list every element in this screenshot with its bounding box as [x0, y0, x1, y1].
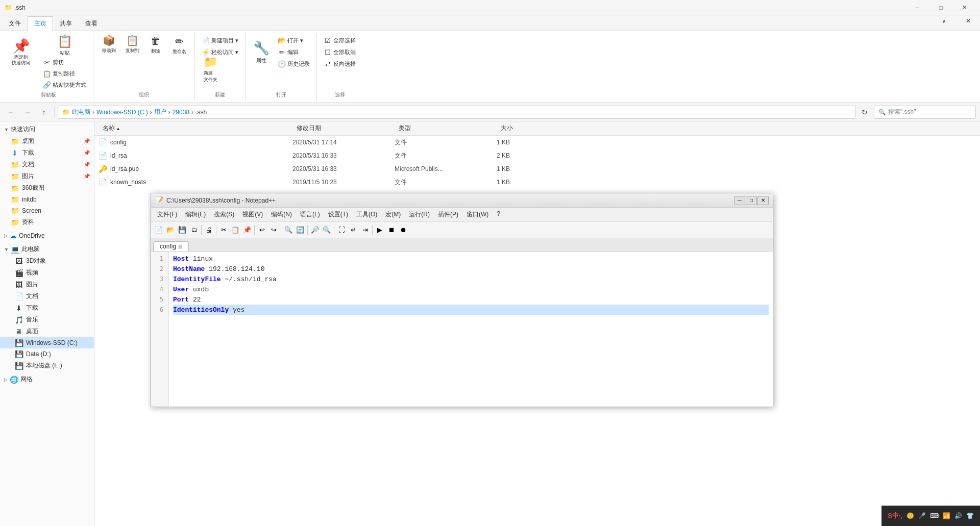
sidebar-item-360[interactable]: 📁 360截图: [0, 182, 94, 194]
tab-config-close[interactable]: ⊠: [178, 244, 182, 249]
back-button[interactable]: ←: [4, 105, 18, 119]
sidebar-item-music[interactable]: 🎵 音乐: [0, 314, 94, 325]
code-area[interactable]: Host linux HostName 192.168.124.10 Ident…: [169, 252, 773, 407]
sidebar-item-pictures[interactable]: 📁 图片 📌: [0, 170, 94, 182]
tab-view[interactable]: 查看: [79, 16, 104, 31]
menu-view[interactable]: 视图(V): [238, 209, 267, 220]
path-c-drive[interactable]: Windows-SSD (C:): [96, 109, 148, 116]
copy-to-button[interactable]: 📋 复制到: [121, 35, 143, 53]
path-ssh[interactable]: .ssh: [195, 109, 207, 116]
cut-button[interactable]: ✂ 剪切: [40, 57, 66, 68]
np-undo-button[interactable]: ↩: [256, 224, 267, 236]
properties-button[interactable]: 🔧 属性: [250, 36, 273, 69]
menu-plugins[interactable]: 插件(P): [434, 209, 462, 220]
menu-encoding[interactable]: 编码(N): [267, 209, 296, 220]
tray-shirt[interactable]: 👕: [966, 512, 974, 519]
invert-select-button[interactable]: ⇄ 反向选择: [321, 59, 358, 69]
menu-settings[interactable]: 设置(T): [324, 209, 352, 220]
tab-share[interactable]: 共享: [53, 16, 79, 31]
col-header-size[interactable]: 大小: [497, 124, 558, 133]
tray-emoji[interactable]: 🙂: [906, 512, 914, 519]
menu-language[interactable]: 语言(L): [296, 209, 324, 220]
np-minimize-button[interactable]: ─: [734, 196, 745, 205]
sidebar-item-desktop-pc[interactable]: 🖥 桌面: [0, 325, 94, 337]
sidebar-item-video[interactable]: 🎬 视频: [0, 267, 94, 279]
np-fullscreen-button[interactable]: ⛶: [336, 224, 347, 236]
tray-mic[interactable]: 🎤: [918, 512, 926, 519]
np-new-button[interactable]: 📄: [153, 224, 164, 236]
np-maximize-button[interactable]: □: [746, 196, 757, 205]
np-paste-button[interactable]: 📌: [241, 224, 253, 236]
paste-shortcut-button[interactable]: 🔗 粘贴快捷方式: [40, 80, 89, 90]
menu-search[interactable]: 搜索(S): [210, 209, 238, 220]
col-header-type[interactable]: 类型: [395, 124, 497, 133]
up-button[interactable]: ↑: [37, 105, 51, 119]
rename-button[interactable]: ✏ 重命名: [168, 36, 190, 54]
np-play-button[interactable]: ▶: [374, 224, 385, 236]
sidebar-item-data[interactable]: 📁 资料: [0, 216, 94, 228]
paste-button[interactable]: 📋 粘贴: [40, 35, 89, 56]
tab-config[interactable]: config ⊠: [153, 241, 189, 251]
sidebar-item-desktop-1[interactable]: 📁 桌面 📌: [0, 135, 94, 147]
menu-edit[interactable]: 编辑(E): [181, 209, 210, 220]
copy-path-button[interactable]: 📋 复制路径: [40, 68, 78, 79]
edit-button[interactable]: ✏ 编辑: [275, 47, 312, 58]
forward-button[interactable]: →: [20, 105, 35, 119]
np-find-button[interactable]: 🔍: [283, 224, 294, 236]
help-close-button[interactable]: ✕: [957, 13, 980, 29]
sidebar-item-c-drive[interactable]: 💾 Windows-SSD (C:): [0, 337, 94, 348]
path-user-id[interactable]: 29038: [173, 109, 189, 116]
minimize-button[interactable]: ─: [905, 0, 929, 15]
tray-sougou[interactable]: S中·,: [888, 511, 902, 520]
menu-window[interactable]: 窗口(W): [462, 209, 493, 220]
path-users[interactable]: 用户: [154, 108, 166, 116]
np-close-button[interactable]: ✕: [757, 196, 769, 205]
np-print-button[interactable]: 🖨: [203, 224, 214, 236]
np-open-button[interactable]: 📂: [165, 224, 176, 236]
np-zoom-in-button[interactable]: 🔎: [309, 224, 321, 236]
sidebar-item-d-drive[interactable]: 💾 Data (D:): [0, 348, 94, 360]
file-row-config[interactable]: 📄 config 2020/5/31 17:14 文件 1 KB: [94, 136, 980, 149]
np-redo-button[interactable]: ↪: [268, 224, 279, 236]
deselect-button[interactable]: ☐ 全部取消: [321, 47, 358, 58]
menu-help[interactable]: ?: [493, 209, 504, 220]
tray-keyboard[interactable]: ⌨: [930, 512, 939, 519]
new-item-button[interactable]: 📄 新建项目 ▾: [199, 35, 241, 46]
sidebar-item-screen[interactable]: 📁 Screen: [0, 205, 94, 216]
menu-file[interactable]: 文件(F): [153, 209, 181, 220]
tray-volume[interactable]: 🔊: [954, 512, 962, 519]
sidebar-item-docs-pc[interactable]: 📄 文档: [0, 290, 94, 302]
sidebar-item-3d[interactable]: 🖼 3D对象: [0, 255, 94, 267]
menu-tools[interactable]: 工具(O): [352, 209, 381, 220]
col-header-name[interactable]: 名称 ▲: [99, 124, 292, 133]
network-header[interactable]: ▷ 🌐 网络: [0, 373, 94, 385]
np-save-button[interactable]: 💾: [177, 224, 188, 236]
move-to-button[interactable]: 📦 移动到: [97, 35, 120, 53]
sidebar-item-e-drive[interactable]: 💾 本地磁盘 (E:): [0, 360, 94, 371]
np-wrap-button[interactable]: ↵: [348, 224, 359, 236]
sidebar-item-documents[interactable]: 📁 文档 📌: [0, 159, 94, 170]
sidebar-item-downloads[interactable]: ⬇ 下载 📌: [0, 147, 94, 159]
np-zoom-out-button[interactable]: 🔍: [321, 224, 332, 236]
delete-button[interactable]: 🗑 删除: [144, 36, 167, 54]
search-box[interactable]: 🔍 搜索".ssh": [874, 106, 976, 119]
tab-home[interactable]: 主页: [28, 16, 53, 31]
history-button[interactable]: 🕐 历史记录: [275, 59, 312, 69]
np-indent-button[interactable]: ⇥: [359, 224, 371, 236]
np-cut-button[interactable]: ✂: [218, 224, 229, 236]
tray-network[interactable]: 📶: [943, 512, 950, 519]
np-save-all-button[interactable]: 🗂: [188, 224, 200, 236]
quick-access-header[interactable]: ▼ 快速访问: [0, 123, 94, 135]
sidebar-item-pictures-pc[interactable]: 🖼 图片: [0, 279, 94, 290]
select-all-button[interactable]: ☑ 全部选择: [321, 35, 358, 46]
path-this-pc[interactable]: 此电脑: [72, 108, 90, 116]
onedrive-header[interactable]: ▷ ☁ OneDrive: [0, 230, 94, 241]
np-record-button[interactable]: ⏺: [398, 224, 409, 236]
sidebar-item-dl-pc[interactable]: ⬇ 下载: [0, 302, 94, 314]
sidebar-item-initdb[interactable]: 📁 initdb: [0, 194, 94, 205]
this-pc-header[interactable]: ▼ 💻 此电脑: [0, 243, 94, 255]
ribbon-collapse-button[interactable]: ∧: [932, 13, 955, 29]
file-row-known-hosts[interactable]: 📄 known_hosts 2019/11/5 10:28 文件 1 KB: [94, 176, 980, 189]
file-row-id-rsa[interactable]: 📄 id_rsa 2020/5/31 16:33 文件 2 KB: [94, 149, 980, 162]
address-path[interactable]: 📁 此电脑 › Windows-SSD (C:) › 用户 › 29038 › …: [58, 106, 855, 119]
